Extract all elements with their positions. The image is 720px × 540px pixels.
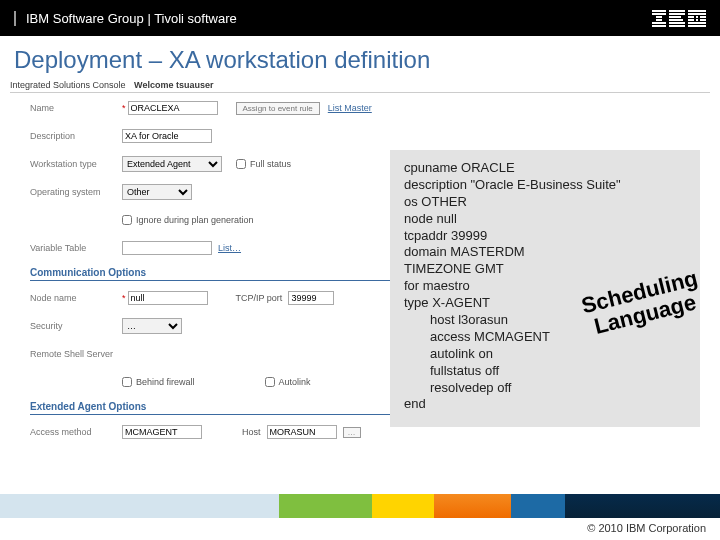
firewall-label: Behind firewall bbox=[136, 377, 195, 387]
svg-rect-2 bbox=[656, 16, 662, 18]
autolink-label: Autolink bbox=[279, 377, 311, 387]
code-line: cpuname ORACLE bbox=[404, 160, 686, 177]
ext-section: Extended Agent Options bbox=[30, 401, 390, 415]
code-line: access MCMAGENT bbox=[404, 329, 686, 346]
desc-label: Description bbox=[30, 131, 122, 141]
svg-rect-16 bbox=[700, 16, 706, 18]
os-select[interactable]: Other bbox=[122, 184, 192, 200]
rsh-label: Remote Shell Server bbox=[30, 349, 122, 359]
code-line: tcpaddr 39999 bbox=[404, 228, 686, 245]
comm-section: Communication Options bbox=[30, 267, 390, 281]
node-label: Node name bbox=[30, 293, 122, 303]
code-line: domain MASTERDM bbox=[404, 244, 686, 261]
vtable-label: Variable Table bbox=[30, 243, 122, 253]
sec-label: Security bbox=[30, 321, 122, 331]
svg-rect-18 bbox=[696, 19, 698, 21]
svg-rect-13 bbox=[688, 13, 706, 15]
access-label: Access method bbox=[30, 427, 122, 437]
svg-rect-12 bbox=[688, 10, 706, 12]
vtable-list-link[interactable]: List… bbox=[218, 243, 241, 253]
svg-rect-7 bbox=[669, 13, 685, 15]
vtable-input[interactable] bbox=[122, 241, 212, 255]
code-line: resolvedep off bbox=[404, 380, 686, 397]
host-label: Host bbox=[242, 427, 261, 437]
desc-input[interactable] bbox=[122, 129, 212, 143]
console-header: Integrated Solutions Console Welcome tsu… bbox=[10, 78, 710, 93]
svg-rect-17 bbox=[688, 19, 694, 21]
svg-rect-15 bbox=[696, 16, 698, 18]
code-line: description "Oracle E-Business Suite" bbox=[404, 177, 686, 194]
ibm-logo bbox=[652, 8, 706, 28]
copyright: © 2010 IBM Corporation bbox=[0, 518, 720, 540]
required-icon: * bbox=[122, 293, 126, 303]
code-line: os OTHER bbox=[404, 194, 686, 211]
svg-rect-20 bbox=[688, 22, 706, 24]
wtype-select[interactable]: Extended Agent bbox=[122, 156, 222, 172]
list-master-link[interactable]: List Master bbox=[328, 103, 372, 113]
fullstatus-checkbox[interactable] bbox=[236, 159, 246, 169]
sec-select[interactable]: … bbox=[122, 318, 182, 334]
console-brand: Integrated Solutions Console bbox=[10, 80, 126, 90]
svg-rect-8 bbox=[669, 16, 681, 18]
tcpip-label: TCP/IP port bbox=[236, 293, 283, 303]
assign-button[interactable]: Assign to event rule bbox=[236, 102, 320, 115]
svg-rect-14 bbox=[688, 16, 694, 18]
svg-rect-10 bbox=[669, 22, 685, 24]
svg-rect-21 bbox=[688, 25, 706, 27]
svg-rect-19 bbox=[700, 19, 706, 21]
svg-rect-11 bbox=[669, 25, 685, 27]
code-line: TIMEZONE GMT bbox=[404, 261, 686, 278]
name-input[interactable] bbox=[128, 101, 218, 115]
os-label: Operating system bbox=[30, 187, 122, 197]
fullstatus-label: Full status bbox=[250, 159, 291, 169]
tcpip-input[interactable] bbox=[288, 291, 334, 305]
color-strip bbox=[0, 494, 720, 518]
access-input[interactable] bbox=[122, 425, 202, 439]
required-icon: * bbox=[122, 103, 126, 113]
header-title: IBM Software Group | Tivoli software bbox=[14, 11, 237, 26]
svg-rect-3 bbox=[656, 19, 662, 21]
code-line: fullstatus off bbox=[404, 363, 686, 380]
host-browse-button[interactable]: … bbox=[343, 427, 361, 438]
wtype-label: Workstation type bbox=[30, 159, 122, 169]
svg-rect-4 bbox=[652, 22, 666, 24]
firewall-checkbox[interactable] bbox=[122, 377, 132, 387]
autolink-checkbox[interactable] bbox=[265, 377, 275, 387]
svg-rect-0 bbox=[652, 10, 666, 12]
svg-rect-9 bbox=[669, 19, 683, 21]
code-line: node null bbox=[404, 211, 686, 228]
host-input[interactable] bbox=[267, 425, 337, 439]
code-line: autolink on bbox=[404, 346, 686, 363]
slide-title: Deployment – XA workstation definition bbox=[0, 36, 720, 78]
footer: © 2010 IBM Corporation bbox=[0, 494, 720, 540]
code-line: end bbox=[404, 396, 686, 413]
svg-rect-5 bbox=[652, 25, 666, 27]
console-welcome: Welcome tsuauser bbox=[134, 80, 213, 90]
ignore-label: Ignore during plan generation bbox=[136, 215, 254, 225]
node-input[interactable] bbox=[128, 291, 208, 305]
svg-rect-6 bbox=[669, 10, 685, 12]
name-label: Name bbox=[30, 103, 122, 113]
svg-rect-1 bbox=[652, 13, 666, 15]
ignore-checkbox[interactable] bbox=[122, 215, 132, 225]
